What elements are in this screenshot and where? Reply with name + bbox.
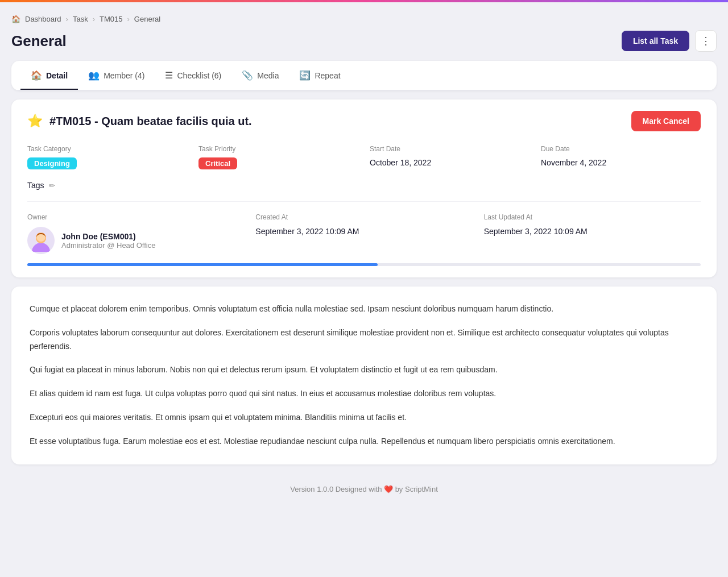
page-header: General List all Task ⋮ — [11, 30, 717, 52]
media-tab-icon: 📎 — [242, 70, 253, 81]
tab-member-label: Member (4) — [104, 71, 144, 80]
star-icon[interactable]: ⭐ — [27, 114, 43, 128]
breadcrumb-general: General — [134, 15, 160, 23]
list-all-task-button[interactable]: List all Task — [622, 31, 689, 51]
tab-media-label: Media — [257, 71, 279, 80]
tab-repeat[interactable]: 🔄 Repeat — [289, 61, 350, 90]
home-icon: 🏠 — [11, 15, 20, 23]
tags-row: Tags ✏ — [27, 181, 701, 190]
task-priority-label: Task Priority — [198, 145, 358, 153]
tab-detail[interactable]: 🏠 Detail — [20, 61, 78, 90]
tab-repeat-label: Repeat — [315, 71, 340, 80]
breadcrumb-task[interactable]: Task — [73, 15, 88, 23]
mark-cancel-button[interactable]: Mark Cancel — [631, 111, 701, 131]
progress-bar-fill — [27, 263, 378, 266]
description-para-1: Cumque et placeat dolorem enim temporibu… — [30, 302, 698, 316]
member-tab-icon: 👥 — [88, 70, 100, 81]
task-title-row: ⭐ #TM015 - Quam beatae facilis quia ut. … — [27, 111, 701, 131]
tabs-nav: 🏠 Detail 👥 Member (4) ☰ Checklist (6) 📎 … — [11, 61, 717, 90]
created-at-label: Created At — [255, 213, 472, 221]
tabs-card: 🏠 Detail 👥 Member (4) ☰ Checklist (6) 📎 … — [11, 61, 717, 90]
description-para-2: Corporis voluptates laborum consequuntur… — [30, 326, 698, 354]
start-date-label: Start Date — [370, 145, 530, 153]
owner-dates-grid: Owner John Doe (E — [27, 213, 701, 254]
tab-checklist[interactable]: ☰ Checklist (6) — [155, 61, 231, 90]
divider — [27, 201, 701, 202]
task-category-field: Task Category Designing — [27, 145, 187, 169]
task-category-badge: Designing — [27, 157, 77, 169]
footer-by: by ScriptMint — [395, 485, 438, 493]
task-title: #TM015 - Quam beatae facilis quia ut. — [49, 115, 252, 128]
footer: Version 1.0.0 Designed with ❤️ by Script… — [11, 474, 717, 503]
tab-detail-label: Detail — [46, 71, 68, 80]
task-priority-badge: Critical — [198, 157, 237, 169]
home-tab-icon: 🏠 — [31, 70, 42, 81]
owner-role: Administrator @ Head Office — [61, 241, 155, 250]
start-date-field: Start Date October 18, 2022 — [370, 145, 530, 169]
last-updated-label: Last Updated At — [484, 213, 701, 221]
owner-avatar — [27, 227, 55, 254]
tab-member[interactable]: 👥 Member (4) — [78, 61, 155, 90]
breadcrumb-tm015[interactable]: TM015 — [100, 15, 122, 23]
owner-details: John Doe (ESM001) Administrator @ Head O… — [61, 232, 155, 250]
description-para-5: Excepturi eos qui maiores veritatis. Et … — [30, 411, 698, 425]
repeat-tab-icon: 🔄 — [299, 70, 311, 81]
breadcrumb-sep-2: › — [93, 15, 95, 23]
breadcrumb-sep-3: › — [127, 15, 130, 23]
breadcrumb: 🏠 Dashboard › Task › TM015 › General — [11, 15, 717, 23]
task-priority-field: Task Priority Critical — [198, 145, 358, 169]
footer-text: Version 1.0.0 Designed with — [290, 485, 382, 493]
owner-label: Owner — [27, 213, 244, 221]
more-icon: ⋮ — [701, 35, 711, 47]
owner-info: John Doe (ESM001) Administrator @ Head O… — [27, 227, 244, 254]
due-date-label: Due Date — [541, 145, 701, 153]
tab-checklist-label: Checklist (6) — [177, 71, 221, 80]
description-para-6: Et esse voluptatibus fuga. Earum molesti… — [30, 435, 698, 449]
owner-col: Owner John Doe (E — [27, 213, 244, 254]
more-options-button[interactable]: ⋮ — [695, 30, 717, 52]
owner-name: John Doe (ESM001) — [61, 232, 155, 241]
last-updated-col: Last Updated At September 3, 2022 10:09 … — [484, 213, 701, 236]
created-at-col: Created At September 3, 2022 10:09 AM — [255, 213, 472, 236]
description-para-3: Qui fugiat ea placeat in minus laborum. … — [30, 363, 698, 377]
checklist-tab-icon: ☰ — [165, 70, 173, 81]
last-updated-value: September 3, 2022 10:09 AM — [484, 227, 701, 236]
progress-bar-wrapper — [27, 263, 701, 266]
due-date-value: November 4, 2022 — [541, 158, 606, 167]
created-at-value: September 3, 2022 10:09 AM — [255, 227, 472, 236]
start-date-value: October 18, 2022 — [370, 158, 431, 167]
task-category-label: Task Category — [27, 145, 187, 153]
breadcrumb-sep-1: › — [66, 15, 68, 23]
header-actions: List all Task ⋮ — [622, 30, 717, 52]
breadcrumb-dashboard[interactable]: Dashboard — [25, 15, 61, 23]
page-title: General — [11, 32, 67, 50]
svg-point-0 — [32, 243, 50, 252]
description-card: Cumque et placeat dolorem enim temporibu… — [11, 287, 717, 464]
task-detail-card: ⭐ #TM015 - Quam beatae facilis quia ut. … — [11, 99, 717, 277]
task-meta-grid: Task Category Designing Task Priority Cr… — [27, 145, 701, 169]
tags-edit-icon[interactable]: ✏ — [49, 181, 55, 190]
description-para-4: Et alias quidem id nam est fuga. Ut culp… — [30, 387, 698, 401]
due-date-field: Due Date November 4, 2022 — [541, 145, 701, 169]
tab-media[interactable]: 📎 Media — [231, 61, 289, 90]
task-title-left: ⭐ #TM015 - Quam beatae facilis quia ut. — [27, 114, 252, 128]
tags-label: Tags — [27, 181, 44, 190]
footer-heart: ❤️ — [384, 485, 393, 493]
